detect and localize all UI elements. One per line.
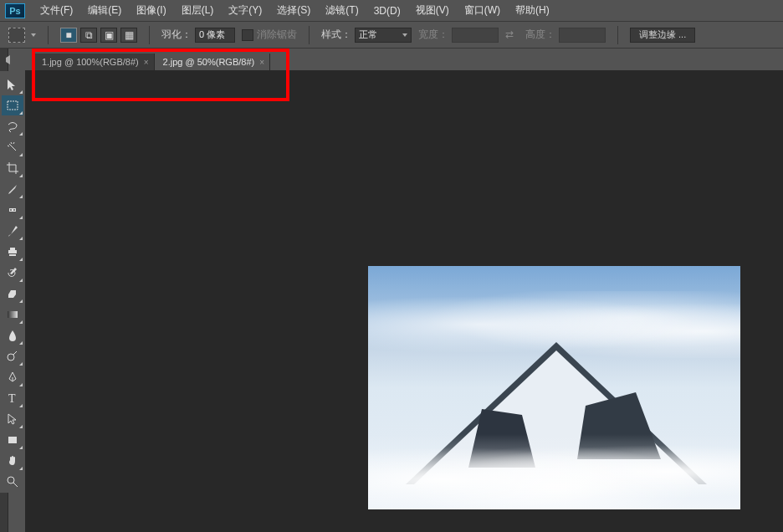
chevron-down-icon [402,33,407,37]
dodge-tool[interactable] [2,346,23,366]
tab-label: 1.jpg @ 100%(RGB/8#) [42,57,139,67]
menu-view[interactable]: 视图(V) [409,0,456,21]
menu-layer[interactable]: 图层(L) [175,0,221,21]
feather-label: 羽化： [161,28,192,42]
menu-type[interactable]: 文字(Y) [222,0,269,21]
selection-new-icon[interactable]: ■ [60,28,77,43]
svg-rect-0 [8,101,18,110]
height-input[interactable] [559,28,606,43]
svg-point-2 [10,209,12,211]
svg-point-3 [13,209,15,211]
refine-edge-button[interactable]: 调整边缘 ... [630,28,695,43]
svg-rect-7 [8,437,17,443]
app-logo: Ps [5,3,25,18]
selection-intersect-icon[interactable]: ▦ [120,28,137,43]
document-tabs: 1.jpg @ 100%(RGB/8#) × 2.jpg @ 50%(RGB/8… [33,54,270,70]
height-label: 高度： [525,28,555,42]
selection-subtract-icon[interactable]: ▣ [100,28,117,43]
menu-edit[interactable]: 编辑(E) [81,0,128,21]
marquee-icon [8,28,25,43]
svg-point-8 [8,477,14,483]
antialias-checkbox[interactable] [242,29,253,41]
divider [149,26,150,44]
document-canvas[interactable] [368,266,740,509]
close-icon[interactable]: × [259,58,264,67]
width-label: 宽度： [418,28,448,42]
menu-window[interactable]: 窗口(W) [458,0,507,21]
svg-point-5 [8,354,14,361]
divider [617,26,618,44]
history-brush-tool[interactable] [2,263,23,283]
eraser-tool[interactable] [2,284,23,304]
menu-select[interactable]: 选择(S) [270,0,317,21]
menubar: Ps 文件(F) 编辑(E) 图像(I) 图层(L) 文字(Y) 选择(S) 滤… [0,0,783,21]
toolbox: T [0,71,25,493]
chevron-down-icon [31,33,36,37]
lasso-tool[interactable] [2,116,23,136]
divider [48,26,49,44]
clone-stamp-tool[interactable] [2,242,23,262]
gradient-tool[interactable] [2,304,23,325]
brush-tool[interactable] [2,221,23,241]
width-input[interactable] [452,28,499,43]
move-tool[interactable] [2,74,23,95]
eyedropper-tool[interactable] [2,179,23,199]
svg-rect-4 [8,311,18,318]
tool-preset-picker[interactable] [8,28,36,43]
rectangular-marquee-tool[interactable] [2,95,23,115]
style-select[interactable]: 正常 [355,28,412,43]
selection-add-icon[interactable]: ⧉ [80,28,97,43]
magic-wand-tool[interactable] [2,137,23,157]
type-tool[interactable]: T [2,388,23,408]
close-icon[interactable]: × [144,58,149,67]
feather-input[interactable] [195,28,235,43]
options-bar: ■ ⧉ ▣ ▦ 羽化： 消除锯齿 样式： 正常 宽度： ⇄ 高度： 调整边缘 .… [0,21,783,49]
spot-healing-brush-tool[interactable] [2,200,23,220]
menu-file[interactable]: 文件(F) [33,0,79,21]
crop-tool[interactable] [2,158,23,178]
path-selection-tool[interactable] [2,409,23,429]
pen-tool[interactable] [2,367,23,387]
svg-text:T: T [8,392,16,405]
divider [309,26,310,44]
menu-3d[interactable]: 3D(D) [367,2,407,20]
rectangle-tool[interactable] [2,430,23,450]
swap-dimensions-icon[interactable]: ⇄ [505,28,519,42]
menu-filter[interactable]: 滤镜(T) [319,0,365,21]
document-tab-2[interactable]: 2.jpg @ 50%(RGB/8#) × [155,54,270,70]
zoom-tool[interactable] [2,472,23,492]
menu-help[interactable]: 帮助(H) [509,0,556,21]
menu-image[interactable]: 图像(I) [130,0,172,21]
tab-label: 2.jpg @ 50%(RGB/8#) [163,57,255,67]
style-value: 正常 [359,28,377,41]
style-label: 样式： [321,28,351,42]
image-content [368,434,740,509]
blur-tool[interactable] [2,325,23,345]
hand-tool[interactable] [2,451,23,471]
antialias-label: 消除锯齿 [257,28,297,42]
document-tab-1[interactable]: 1.jpg @ 100%(RGB/8#) × [33,54,155,70]
